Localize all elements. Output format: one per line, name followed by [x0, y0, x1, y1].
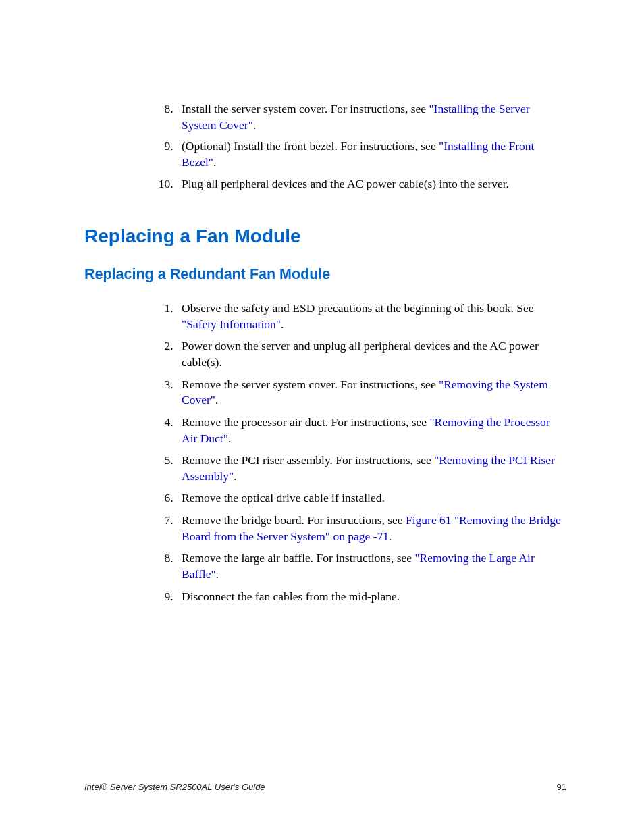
- page-content: Install the server system cover. For ins…: [0, 0, 644, 604]
- list-item-text: Remove the large air baffle. For instruc…: [182, 551, 414, 565]
- list-item-text-post: .: [213, 155, 216, 169]
- list-item: Remove the processor air duct. For instr…: [176, 415, 566, 446]
- section-heading: Replacing a Fan Module: [84, 226, 566, 247]
- list-item-text: Remove the PCI riser assembly. For instr…: [182, 453, 434, 467]
- list-item-text: Remove the bridge board. For instruction…: [182, 513, 406, 527]
- list-item-text: Remove the server system cover. For inst…: [182, 377, 439, 391]
- list-item: Remove the optical drive cable if instal…: [176, 490, 566, 506]
- list-item-text-post: .: [253, 118, 256, 132]
- list-item-text: Power down the server and unplug all per…: [182, 339, 539, 369]
- list-item-text: Disconnect the fan cables from the mid-p…: [182, 590, 400, 603]
- list-item: Observe the safety and ESD precautions a…: [176, 301, 566, 332]
- list-item-text: Observe the safety and ESD precautions a…: [182, 301, 533, 315]
- list-item-text: Remove the optical drive cable if instal…: [182, 491, 385, 504]
- list-item: Plug all peripheral devices and the AC p…: [176, 176, 566, 192]
- footer-page-number: 91: [557, 782, 566, 792]
- list-item: (Optional) Install the front bezel. For …: [176, 138, 566, 170]
- continuation-steps-list: Install the server system cover. For ins…: [176, 101, 566, 192]
- list-item: Remove the large air baffle. For instruc…: [176, 550, 566, 582]
- list-item-text-post: .: [228, 432, 231, 445]
- list-item: Remove the PCI riser assembly. For instr…: [176, 452, 566, 484]
- list-item: Remove the server system cover. For inst…: [176, 377, 566, 409]
- cross-reference-link[interactable]: "Safety Information": [182, 317, 281, 331]
- list-item: Install the server system cover. For ins…: [176, 101, 566, 133]
- list-item-text-post: .: [234, 469, 236, 483]
- list-item: Remove the bridge board. For instruction…: [176, 513, 566, 544]
- list-item: Disconnect the fan cables from the mid-p…: [176, 589, 566, 605]
- subsection-heading: Replacing a Redundant Fan Module: [84, 266, 566, 283]
- list-item-text: Plug all peripheral devices and the AC p…: [182, 177, 509, 190]
- page-footer: Intel® Server System SR2500AL User's Gui…: [84, 782, 566, 792]
- procedure-steps-list: Observe the safety and ESD precautions a…: [176, 301, 566, 604]
- list-item-text-post: .: [215, 393, 218, 407]
- list-item-text: Remove the processor air duct. For instr…: [182, 415, 429, 429]
- list-item-text: (Optional) Install the front bezel. For …: [182, 139, 439, 153]
- list-item-text-post: .: [281, 317, 284, 331]
- list-item-text-post: .: [216, 567, 219, 581]
- footer-document-title: Intel® Server System SR2500AL User's Gui…: [84, 782, 265, 792]
- list-item-text: Install the server system cover. For ins…: [182, 102, 429, 115]
- list-item: Power down the server and unplug all per…: [176, 338, 566, 370]
- list-item-text-post: .: [389, 529, 392, 543]
